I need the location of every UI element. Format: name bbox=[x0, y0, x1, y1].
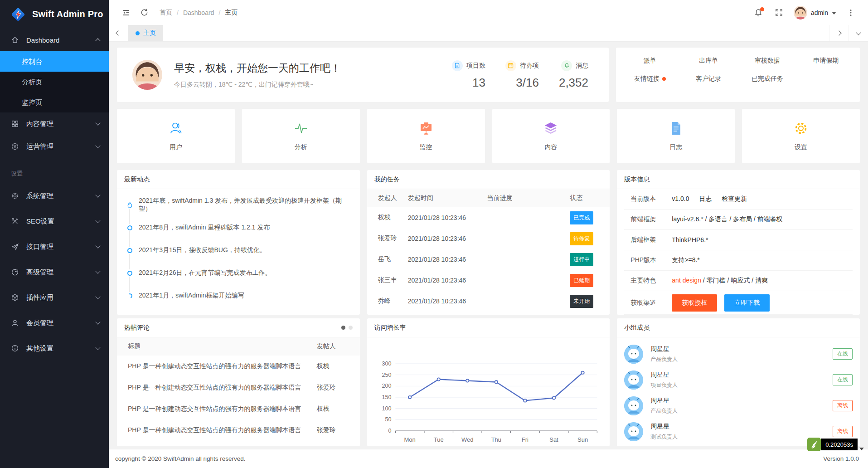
sidebar-item-dashboard[interactable]: Dashboard bbox=[0, 29, 109, 51]
post-title[interactable]: PHP 是一种创建动态交互性站点的强有力的服务器端脚本语言 bbox=[117, 405, 317, 413]
breadcrumb-separator: / bbox=[218, 9, 220, 16]
version-row: 当前版本 v1.0.0 日志 检查更新 bbox=[624, 189, 853, 210]
member-role: 测试负责人 bbox=[650, 433, 678, 441]
post-title[interactable]: PHP 是一种创建动态交互性站点的强有力的服务器端脚本语言 bbox=[117, 426, 317, 434]
member-role: 产品负责人 bbox=[650, 356, 678, 363]
stat-todos: 待办项 3/16 bbox=[505, 60, 539, 90]
php-version: 支持>=8.* bbox=[672, 256, 699, 264]
post-title[interactable]: PHP 是一种创建动态交互性站点的强有力的服务器端脚本语言 bbox=[117, 384, 317, 392]
timeline-text: 2021年8月，swiftAdmin 里程碑版本 1.2.1 发布 bbox=[139, 224, 270, 232]
tab-scroll-right[interactable] bbox=[829, 25, 849, 41]
status-badge: 离线 bbox=[833, 400, 853, 411]
carousel-dot[interactable] bbox=[341, 326, 345, 330]
member-row: 周星星 产品负责人 离线 bbox=[624, 393, 853, 419]
task-owner: 权栈 bbox=[367, 214, 408, 222]
collapse-sidebar-icon[interactable] bbox=[117, 4, 135, 22]
table-header: 标题 发帖人 bbox=[117, 337, 360, 356]
sidebar-item-member-mgmt[interactable]: 会员管理 bbox=[0, 310, 109, 336]
frontend-framework: layui-v2.6.* / 多语言 / 多布局 / 前端鉴权 bbox=[672, 215, 782, 224]
member-avatar bbox=[624, 370, 643, 390]
sidebar-item-operation-mgmt[interactable]: 运营管理 bbox=[0, 135, 109, 158]
tab-home[interactable]: 主页 bbox=[128, 25, 163, 41]
link-friend-links[interactable]: 友情链接 bbox=[621, 75, 679, 83]
document-icon bbox=[452, 60, 463, 71]
changelog-link[interactable]: 日志 bbox=[699, 195, 712, 202]
svg-text:250: 250 bbox=[382, 372, 391, 378]
refresh-icon[interactable] bbox=[135, 4, 153, 22]
sidebar-item-monitor[interactable]: 监控页 bbox=[0, 92, 109, 112]
card-title: 我的任务 bbox=[374, 176, 400, 184]
chevron-down-icon bbox=[95, 192, 100, 197]
sidebar-item-seo-settings[interactable]: SEO设置 bbox=[0, 209, 109, 234]
notifications-bell-icon[interactable] bbox=[749, 4, 767, 22]
tab-menu-dropdown[interactable] bbox=[849, 25, 868, 41]
table-row: 岳飞 2021/01/28 10:23:46 进行中 bbox=[367, 249, 610, 270]
check-update-link[interactable]: 检查更新 bbox=[722, 195, 747, 202]
table-row: 张爱玲 2021/01/28 10:23:46 待修复 bbox=[367, 228, 610, 249]
sidebar-item-label: 运营管理 bbox=[26, 142, 96, 151]
backend-framework: ThinkPHP6.* bbox=[672, 236, 708, 244]
version-text: Version 1.0.0 bbox=[823, 455, 859, 462]
tab-scroll-left[interactable] bbox=[109, 25, 128, 41]
link-audit-data[interactable]: 审核数据 bbox=[738, 57, 797, 65]
sidebar-item-label: 系统管理 bbox=[26, 192, 96, 200]
quick-nav-monitor[interactable]: 监控 bbox=[367, 109, 485, 163]
carousel-dot[interactable] bbox=[349, 326, 353, 330]
stats: 项目数 13 待办项 3/16 bbox=[452, 60, 588, 90]
status-badge: 在线 bbox=[833, 374, 853, 385]
sidebar-item-api-mgmt[interactable]: 接口管理 bbox=[0, 234, 109, 259]
caret-down-icon bbox=[859, 448, 864, 450]
stat-value: 3/16 bbox=[516, 76, 539, 90]
stat-projects: 项目数 13 bbox=[452, 60, 485, 90]
debug-trace-badge[interactable]: 0.202053s bbox=[807, 438, 864, 451]
quick-nav-analysis[interactable]: 分析 bbox=[242, 109, 360, 163]
feature-rest: / 零门槛 / 响应式 / 清爽 bbox=[701, 277, 768, 284]
post-author: 张爱玲 bbox=[317, 426, 360, 434]
quick-nav-logs[interactable]: 日志 bbox=[617, 109, 735, 163]
fullscreen-icon[interactable] bbox=[770, 4, 788, 22]
timeline-text: 2021年底，swiftAdmin 1.3 发布，并发展成最受欢迎的极速开发框架… bbox=[139, 197, 353, 213]
sidebar-item-advanced-mgmt[interactable]: 高级管理 bbox=[0, 259, 109, 285]
timeline-text: 2021年2月26日，在元宵节编写完成发布工作。 bbox=[139, 269, 272, 277]
breadcrumb-home[interactable]: 首页 bbox=[160, 9, 172, 17]
sidebar-item-system-mgmt[interactable]: 系统管理 bbox=[0, 183, 109, 209]
quick-nav-label: 日志 bbox=[669, 143, 682, 151]
quick-nav-settings[interactable]: 设置 bbox=[742, 109, 860, 163]
card-title: 小组成员 bbox=[624, 324, 650, 332]
notification-dot bbox=[760, 7, 764, 11]
table-row: 张三丰 2021/01/28 10:23:46 已延期 bbox=[367, 270, 610, 291]
sidebar-item-other-settings[interactable]: 其他设置 bbox=[0, 336, 109, 361]
post-author: 张爱玲 bbox=[317, 384, 360, 392]
greeting-text: 早安，权栈，开始您一天的工作吧！ bbox=[174, 61, 341, 75]
link-outbound[interactable]: 出库单 bbox=[679, 57, 738, 65]
card-title: 最新动态 bbox=[124, 176, 150, 184]
quick-nav-content[interactable]: 内容 bbox=[492, 109, 610, 163]
sidebar-item-content-mgmt[interactable]: 内容管理 bbox=[0, 112, 109, 135]
breadcrumb-dashboard[interactable]: Dashboard bbox=[183, 9, 214, 16]
sidebar-item-plugins[interactable]: 插件应用 bbox=[0, 285, 109, 310]
download-button[interactable]: 立即下载 bbox=[724, 294, 770, 312]
red-dot-badge bbox=[662, 77, 666, 81]
link-completed-tasks[interactable]: 已完成任务 bbox=[738, 75, 797, 83]
task-time: 2021/01/28 10:23:46 bbox=[408, 256, 487, 263]
growth-chart: 050100150200250300MonTueWedThuFriSatSun bbox=[367, 337, 610, 446]
chevron-up-icon bbox=[95, 38, 100, 43]
more-menu-icon[interactable] bbox=[842, 4, 860, 22]
post-title[interactable]: PHP 是一种创建动态交互性站点的强有力的服务器端脚本语言 bbox=[117, 362, 317, 370]
user-menu[interactable]: admin bbox=[791, 6, 839, 20]
svg-text:Sun: Sun bbox=[577, 436, 588, 443]
yen-circle-icon bbox=[11, 142, 19, 151]
get-license-button[interactable]: 获取授权 bbox=[672, 294, 717, 312]
svg-text:Tue: Tue bbox=[433, 436, 443, 443]
link-dispatch[interactable]: 派单 bbox=[621, 57, 679, 65]
link-customer-records[interactable]: 客户记录 bbox=[679, 75, 738, 83]
quick-nav-users[interactable]: 用户 bbox=[117, 109, 235, 163]
flame-icon bbox=[126, 201, 133, 209]
card-title: 热帖评论 bbox=[124, 324, 150, 332]
link-leave-request[interactable]: 申请假期 bbox=[797, 57, 856, 65]
card-title: 版本信息 bbox=[624, 176, 650, 184]
shortcut-links-card: 派单 出库单 审核数据 申请假期 友情链接 客户记录 已完成任务 bbox=[616, 48, 860, 102]
sidebar-item-console[interactable]: 控制台 bbox=[0, 51, 109, 72]
sidebar-item-analysis[interactable]: 分析页 bbox=[0, 72, 109, 92]
refresh-c-icon bbox=[11, 268, 19, 276]
